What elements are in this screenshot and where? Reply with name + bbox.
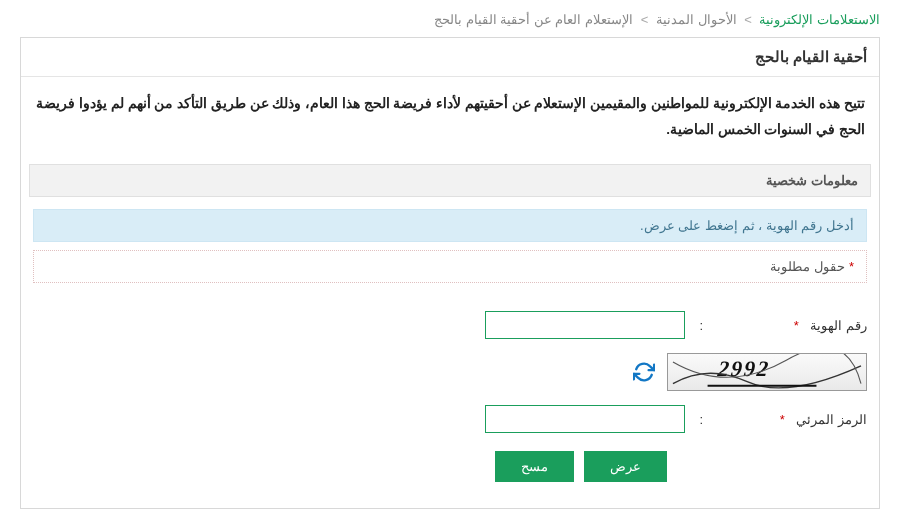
submit-button[interactable]: عرض: [584, 451, 667, 482]
captcha-text: 2992: [717, 356, 772, 382]
row-id-number: رقم الهوية * :: [33, 311, 867, 339]
button-row: عرض مسح: [33, 451, 667, 482]
label-colon: :: [699, 412, 703, 427]
breadcrumb-sep: >: [744, 12, 752, 27]
panel-title: أحقية القيام بالحج: [21, 38, 879, 77]
main-panel: أحقية القيام بالحج تتيح هذه الخدمة الإلك…: [20, 37, 880, 509]
required-asterisk: *: [849, 259, 854, 274]
section-header-personal-info: معلومات شخصية: [29, 164, 871, 197]
label-id-number: رقم الهوية *: [717, 318, 867, 333]
clear-button[interactable]: مسح: [495, 451, 574, 482]
required-asterisk: *: [780, 412, 785, 427]
breadcrumb-sep: >: [641, 12, 649, 27]
id-number-input[interactable]: [485, 311, 685, 339]
form-area: رقم الهوية * : 2992: [21, 295, 879, 508]
label-colon: :: [699, 318, 703, 333]
label-visual-code: الرمز المرئي *: [717, 412, 867, 427]
required-asterisk: *: [794, 318, 799, 333]
breadcrumb-mid: الأحوال المدنية: [656, 12, 737, 27]
required-fields-legend: *حقول مطلوبة: [33, 250, 867, 283]
visual-code-input[interactable]: [485, 405, 685, 433]
row-captcha: 2992: [233, 353, 867, 391]
required-legend-text: حقول مطلوبة: [770, 259, 845, 274]
breadcrumb: الاستعلامات الإلكترونية > الأحوال المدني…: [20, 8, 880, 37]
row-visual-code: الرمز المرئي * :: [33, 405, 867, 433]
breadcrumb-root-link[interactable]: الاستعلامات الإلكترونية: [759, 12, 880, 27]
panel-description: تتيح هذه الخدمة الإلكترونية للمواطنين وا…: [21, 77, 879, 164]
info-instruction-strip: أدخل رقم الهوية ، ثم إضغط على عرض.: [33, 209, 867, 242]
refresh-captcha-icon[interactable]: [633, 361, 655, 383]
breadcrumb-current: الإستعلام العام عن أحقية القيام بالحج: [434, 12, 633, 27]
id-label-text: رقم الهوية: [810, 318, 867, 333]
captcha-image: 2992: [667, 353, 867, 391]
visual-code-label-text: الرمز المرئي: [796, 412, 867, 427]
